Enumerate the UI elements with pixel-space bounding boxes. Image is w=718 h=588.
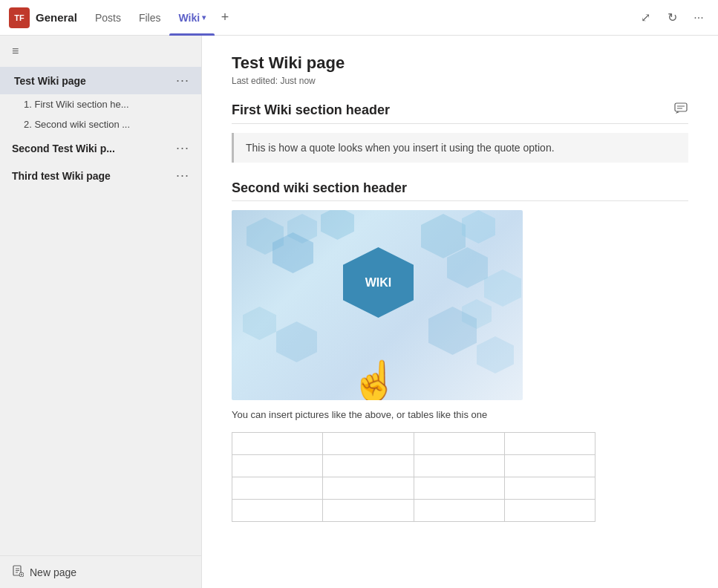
team-avatar: TF bbox=[9, 7, 30, 28]
more-options-button[interactable]: ··· bbox=[688, 7, 709, 28]
tab-posts[interactable]: Posts bbox=[86, 0, 130, 36]
nav-tabs: Posts Files Wiki ▾ + bbox=[86, 0, 629, 36]
sidebar: ≡ Test Wiki page ··· 1. First Wiki secti… bbox=[0, 36, 202, 588]
sidebar-item-third-test-wiki[interactable]: Third test Wiki page ··· bbox=[0, 162, 201, 189]
expand-button[interactable]: ⤢ bbox=[635, 7, 656, 28]
top-bar-actions: ⤢ ↻ ··· bbox=[635, 7, 709, 28]
wiki-section-title-1: First Wiki section header bbox=[232, 102, 390, 118]
wiki-section-header-row-1: First Wiki section header bbox=[232, 101, 688, 124]
wiki-image-content: WIKI ☝ bbox=[232, 210, 523, 400]
table-cell bbox=[232, 433, 323, 455]
sidebar-item-second-test-wiki[interactable]: Second Test Wiki p... ··· bbox=[0, 134, 201, 162]
wiki-section-header-row-2: Second wiki section header bbox=[232, 180, 688, 201]
quote-block: This is how a quote looks when you inser… bbox=[232, 133, 688, 163]
table-cell bbox=[232, 477, 323, 500]
table-row bbox=[232, 500, 595, 522]
sidebar-section-second[interactable]: 2. Second wiki section ... bbox=[0, 114, 201, 134]
table-cell bbox=[504, 477, 595, 500]
add-tab-button[interactable]: + bbox=[215, 7, 235, 28]
top-bar: TF General Posts Files Wiki ▾ + ⤢ ↻ ··· bbox=[0, 0, 718, 36]
wiki-last-edited: Last edited: Just now bbox=[232, 76, 688, 86]
wiki-caption: You can insert pictures like the above, … bbox=[232, 409, 688, 420]
table-cell bbox=[323, 500, 414, 522]
sidebar-item-test-wiki-page[interactable]: Test Wiki page ··· bbox=[0, 67, 201, 94]
wiki-image: WIKI ☝ bbox=[232, 210, 523, 400]
wiki-section-first: First Wiki section header This is how a … bbox=[232, 101, 688, 163]
wiki-dropdown-chevron[interactable]: ▾ bbox=[202, 13, 206, 22]
table-cell bbox=[232, 500, 323, 522]
table-row bbox=[232, 433, 595, 455]
sidebar-page-ellipsis-2[interactable]: ··· bbox=[176, 168, 189, 183]
table-row bbox=[232, 455, 595, 477]
sidebar-page-title-2: Second Test Wiki p... bbox=[12, 143, 115, 154]
sidebar-page-title-3: Third test Wiki page bbox=[12, 170, 111, 182]
new-page-label: New page bbox=[30, 566, 76, 578]
sidebar-page-ellipsis-0[interactable]: ··· bbox=[176, 73, 189, 88]
new-page-icon bbox=[12, 565, 24, 579]
sidebar-section-first[interactable]: 1. First Wiki section he... bbox=[0, 94, 201, 114]
sidebar-page-title: Test Wiki page bbox=[14, 75, 86, 87]
table-cell bbox=[232, 455, 323, 477]
comment-icon[interactable] bbox=[673, 101, 688, 119]
wiki-section-second: Second wiki section header WIKI bbox=[232, 180, 688, 522]
table-cell bbox=[504, 500, 595, 522]
tab-wiki[interactable]: Wiki ▾ bbox=[169, 0, 215, 36]
wiki-page-title: Test Wiki page bbox=[232, 53, 688, 73]
table-cell bbox=[323, 433, 414, 455]
table-cell bbox=[504, 455, 595, 477]
hamburger-icon[interactable]: ≡ bbox=[12, 45, 19, 58]
team-name: General bbox=[36, 11, 77, 24]
table-cell bbox=[323, 477, 414, 500]
content-area: Test Wiki page Last edited: Just now Fir… bbox=[202, 36, 718, 588]
table-row bbox=[232, 477, 595, 500]
sidebar-page-ellipsis-1[interactable]: ··· bbox=[176, 140, 189, 156]
table-cell bbox=[323, 455, 414, 477]
table-cell bbox=[414, 455, 504, 477]
refresh-button[interactable]: ↻ bbox=[662, 7, 682, 28]
table-cell bbox=[414, 433, 504, 455]
new-page-button[interactable]: New page bbox=[0, 555, 201, 588]
main-area: ≡ Test Wiki page ··· 1. First Wiki secti… bbox=[0, 36, 718, 588]
sidebar-header: ≡ bbox=[0, 36, 201, 67]
wiki-section-title-2: Second wiki section header bbox=[232, 180, 407, 196]
table-cell bbox=[414, 477, 504, 500]
wiki-table bbox=[232, 432, 595, 522]
hand-pointer: ☝ bbox=[350, 362, 399, 400]
table-cell bbox=[504, 433, 595, 455]
table-cell bbox=[414, 500, 504, 522]
tab-files[interactable]: Files bbox=[130, 0, 170, 36]
svg-rect-7 bbox=[675, 103, 687, 111]
